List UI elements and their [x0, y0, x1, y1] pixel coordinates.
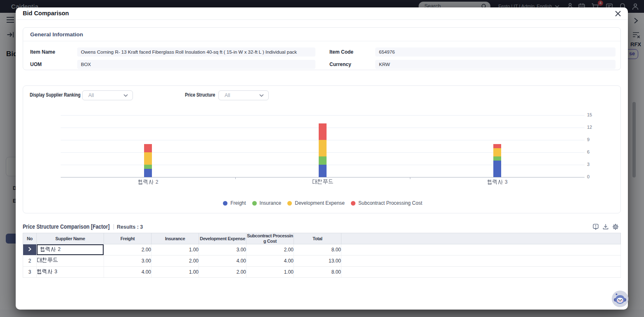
bar-segment-subcontract-processing-cost — [493, 144, 501, 148]
column-header-supplier-name[interactable]: Supplier Name — [37, 233, 104, 244]
legend-dot — [287, 201, 292, 206]
price-structure-value: All — [225, 91, 230, 100]
legend-label: Insurance — [260, 200, 282, 206]
column-header-no[interactable]: No — [23, 233, 37, 244]
bar-segment-insurance — [144, 165, 152, 169]
bar-segment-insurance — [493, 156, 501, 161]
filler-cell — [341, 255, 621, 267]
value-cell[interactable]: 8.00 — [294, 267, 341, 278]
value-cell[interactable]: 2.00 — [152, 255, 199, 267]
chart-y-tick-label: 9 — [587, 137, 590, 142]
chart-gridline — [61, 115, 585, 116]
row-expand-chevron[interactable] — [23, 244, 37, 255]
table-row: 23.002.004.004.0013.00 — [23, 255, 621, 267]
value-cell[interactable]: 1.00 — [152, 244, 199, 255]
row-number-cell[interactable]: 2 — [23, 255, 37, 267]
price-structure-table: No Supplier Name Freight Insurance Devel… — [23, 233, 621, 278]
value-cell[interactable]: 3.00 — [199, 244, 246, 255]
chart-y-tick-label: 6 — [587, 150, 590, 154]
divider — [114, 224, 114, 229]
column-header-subcontract-processing-cost[interactable]: Subcontract Processing Cost — [246, 233, 294, 244]
chart-legend: FreightInsuranceDevelopment ExpenseSubco… — [61, 200, 585, 206]
legend-label: Development Expense — [295, 200, 345, 206]
supplier-ranking-value: All — [88, 91, 94, 100]
value-cell[interactable]: 2.00 — [246, 244, 294, 255]
chart-category-label — [298, 179, 348, 186]
download-icon[interactable] — [602, 223, 609, 230]
legend-item[interactable]: Development Expense — [287, 200, 345, 206]
chart-category-label: 2 — [123, 179, 173, 186]
supplier-name-cell[interactable]: 3 — [37, 267, 104, 278]
value-cell[interactable]: 13.00 — [294, 255, 341, 267]
chart-y-tick-label: 3 — [587, 162, 590, 167]
gear-icon[interactable] — [612, 223, 619, 230]
value-cell[interactable]: 1.00 — [152, 267, 199, 278]
legend-dot — [252, 201, 257, 206]
modal-header: Bid Comparison — [16, 7, 628, 20]
value-cell[interactable]: 1.00 — [246, 267, 294, 278]
chart-x-tick — [235, 177, 236, 179]
legend-dot — [351, 201, 355, 206]
legend-item[interactable]: Freight — [223, 200, 246, 206]
bid-comparison-modal: Bid Comparison General Information Item … — [16, 7, 628, 310]
table-section-title: Price Structure Comparison [Factor] — [23, 223, 109, 230]
table-header: No Supplier Name Freight Insurance Devel… — [23, 233, 621, 244]
divider — [23, 41, 620, 41]
chart-category-label: 3 — [473, 179, 522, 186]
item-name-value: Owens Corning R- 13 Kraft faced Fibergla… — [77, 47, 315, 57]
legend-label: Freight — [230, 200, 246, 206]
value-cell[interactable]: 2.00 — [104, 244, 152, 255]
item-code-value: 654976 — [375, 47, 616, 57]
legend-dot — [223, 201, 227, 206]
filler-cell — [341, 244, 621, 255]
robot-icon — [611, 290, 629, 308]
supplier-name-cell[interactable] — [37, 255, 104, 267]
chevron-down-icon — [259, 94, 264, 97]
price-structure-select[interactable]: All — [218, 90, 269, 100]
value-cell[interactable]: 4.00 — [104, 267, 152, 278]
chart-x-tick — [410, 177, 410, 179]
column-header-insurance[interactable]: Insurance — [152, 233, 199, 244]
supplier-name-cell[interactable]: 2 — [37, 244, 104, 255]
value-cell[interactable]: 4.00 — [199, 255, 246, 267]
bar-segment-freight — [493, 161, 501, 177]
currency-label: Currency — [329, 60, 351, 69]
legend-item[interactable]: Insurance — [252, 200, 282, 206]
value-cell[interactable]: 4.00 — [246, 255, 294, 267]
column-header-freight[interactable]: Freight — [104, 233, 152, 244]
row-number-cell[interactable]: 3 — [23, 267, 37, 278]
filler-cell — [341, 267, 621, 278]
currency-value: KRW — [375, 60, 616, 69]
column-header-development-expense[interactable]: Development Expense — [199, 233, 246, 244]
supplier-ranking-select[interactable]: All — [82, 90, 133, 100]
bar-segment-development-expense — [493, 148, 501, 156]
column-header-total[interactable]: Total — [294, 233, 341, 244]
value-cell[interactable]: 2.00 — [199, 267, 246, 278]
value-cell[interactable]: 3.00 — [104, 255, 152, 267]
chevron-down-icon — [123, 94, 128, 97]
chart-x-axis — [61, 177, 585, 177]
close-icon[interactable] — [615, 11, 621, 17]
modal-title: Bid Comparison — [23, 7, 69, 19]
uom-value: BOX — [77, 60, 315, 69]
general-information-title: General Information — [30, 31, 83, 38]
results-count: Results : 3 — [117, 224, 143, 230]
bar-segment-freight — [144, 169, 152, 177]
bar-segment-freight — [319, 165, 327, 177]
chatbot-button[interactable] — [611, 290, 629, 308]
chart-y-tick-label: 0 — [587, 175, 590, 179]
chart-y-tick-label: 15 — [587, 113, 592, 117]
info-tooltip-icon[interactable] — [592, 223, 599, 230]
bar-segment-insurance — [319, 156, 327, 165]
bar-segment-development-expense — [319, 140, 327, 156]
uom-label: UOM — [30, 60, 42, 69]
bar-segment-subcontract-processing-cost — [319, 123, 327, 140]
table-row: 22.001.003.002.008.00 — [23, 244, 621, 255]
value-cell[interactable]: 8.00 — [294, 244, 341, 255]
legend-item[interactable]: Subcontract Processing Cost — [351, 200, 422, 206]
column-header-filler — [341, 233, 621, 244]
bar-segment-development-expense — [144, 152, 152, 165]
general-information-card: General Information Item Name Owens Corn… — [23, 27, 621, 70]
chart-y-tick-label: 12 — [587, 125, 592, 130]
screen: Caidentia Search Festo | IT | Admin Engl… — [0, 0, 644, 317]
